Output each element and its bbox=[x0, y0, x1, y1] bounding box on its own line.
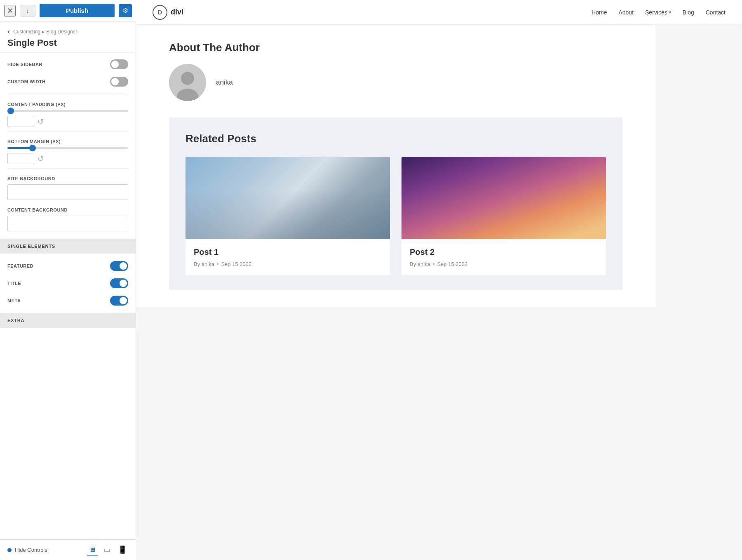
breadcrumb-section: Blog Designer bbox=[46, 29, 77, 35]
nav-contact[interactable]: Contact bbox=[706, 9, 726, 16]
post-2-date: Sep 15 2022 bbox=[437, 261, 467, 267]
author-section: About The Author anika bbox=[169, 41, 622, 101]
content-background-input[interactable] bbox=[7, 216, 128, 231]
site-logo: D divi bbox=[153, 5, 183, 20]
desktop-view-icon[interactable]: 🖥 bbox=[87, 544, 98, 556]
view-icons: 🖥 ▭ 📱 bbox=[87, 544, 129, 556]
bottom-margin-reset[interactable]: ↺ bbox=[38, 154, 44, 163]
content-padding-label: CONTENT PADDING (PX) bbox=[7, 102, 128, 107]
single-elements-header: SINGLE ELEMENTS bbox=[0, 239, 136, 254]
post-1-author: anika bbox=[202, 261, 214, 267]
site-navigation: D divi Home About Services ▾ Blog Contac… bbox=[136, 0, 742, 25]
post-1-date: Sep 15 2022 bbox=[221, 261, 251, 267]
content-padding-input[interactable]: 0 bbox=[7, 116, 34, 127]
featured-label: FEATURED bbox=[7, 264, 33, 268]
post-1-dot: • bbox=[217, 261, 219, 267]
featured-slider bbox=[110, 261, 128, 271]
meta-slider bbox=[110, 296, 128, 306]
post-2-title: Post 2 bbox=[410, 247, 598, 257]
custom-width-label: CUSTOM WIDTH bbox=[7, 79, 46, 84]
meta-toggle[interactable] bbox=[110, 296, 128, 306]
post-1-title: Post 1 bbox=[194, 247, 382, 257]
content-padding-thumb[interactable] bbox=[7, 108, 14, 114]
post-2-by: By bbox=[410, 261, 418, 267]
bottom-margin-track[interactable] bbox=[7, 147, 128, 149]
settings-button[interactable]: ⚙ bbox=[119, 4, 132, 17]
main-layout: ‹ Customizing ▸ Blog Designer Single Pos… bbox=[0, 0, 742, 560]
bottom-margin-input[interactable]: 30 bbox=[7, 153, 34, 164]
reorder-button[interactable]: ↕ bbox=[20, 5, 35, 16]
hide-sidebar-toggle[interactable] bbox=[110, 59, 128, 69]
page-title: Single Post bbox=[7, 38, 57, 48]
featured-row: FEATURED bbox=[7, 261, 128, 271]
logo-name: divi bbox=[171, 8, 183, 16]
divider-2 bbox=[7, 131, 128, 132]
preview-area: D divi Home About Services ▾ Blog Contac… bbox=[136, 0, 742, 560]
hide-sidebar-row: HIDE SIDEBAR bbox=[7, 59, 128, 69]
bottom-margin-label: BOTTOM MARGIN (PX) bbox=[7, 139, 128, 144]
post-2-author: anika bbox=[418, 261, 430, 267]
custom-width-slider bbox=[110, 77, 128, 87]
author-avatar bbox=[169, 64, 206, 101]
sidebar-title: Single Post bbox=[7, 38, 128, 48]
bottom-margin-thumb[interactable] bbox=[29, 145, 36, 151]
author-section-title: About The Author bbox=[169, 41, 622, 54]
sidebar-header: ‹ Customizing ▸ Blog Designer Single Pos… bbox=[0, 21, 136, 53]
post-2-dot: • bbox=[433, 261, 435, 267]
content-padding-track[interactable] bbox=[7, 110, 128, 112]
sidebar: ‹ Customizing ▸ Blog Designer Single Pos… bbox=[0, 0, 136, 560]
top-bar: ✕ ↕ Publish ⚙ bbox=[0, 0, 136, 21]
hide-controls-button[interactable]: Hide Controls bbox=[7, 547, 47, 553]
title-toggle[interactable] bbox=[110, 278, 128, 288]
post-card-1[interactable]: Post 1 By anika•Sep 15 2022 bbox=[186, 157, 390, 275]
nav-services-label: Services bbox=[645, 9, 667, 16]
content-padding-reset[interactable]: ↺ bbox=[38, 117, 44, 126]
hide-sidebar-label: HIDE SIDEBAR bbox=[7, 62, 42, 67]
author-name: anika bbox=[216, 78, 233, 87]
bottom-margin-input-row: 30 ↺ bbox=[7, 153, 128, 164]
post-card-2[interactable]: Post 2 By anika•Sep 15 2022 bbox=[402, 157, 606, 275]
divider-3 bbox=[7, 168, 128, 169]
related-posts-section: Related Posts Post 1 By anika•Sep 15 202… bbox=[169, 118, 622, 290]
custom-width-row: CUSTOM WIDTH bbox=[7, 77, 128, 87]
close-button[interactable]: ✕ bbox=[4, 5, 16, 16]
related-posts-title: Related Posts bbox=[186, 132, 606, 145]
services-dropdown-caret: ▾ bbox=[669, 10, 671, 14]
post-2-image bbox=[402, 157, 606, 239]
site-background-container: SITE BACKGROUND bbox=[7, 176, 128, 200]
custom-width-toggle[interactable] bbox=[110, 77, 128, 87]
site-menu: Home About Services ▾ Blog Contact bbox=[592, 9, 726, 16]
publish-button[interactable]: Publish bbox=[40, 4, 115, 17]
site-background-input[interactable] bbox=[7, 184, 128, 200]
extra-header: EXTRA bbox=[0, 313, 136, 328]
featured-toggle[interactable] bbox=[110, 261, 128, 271]
meta-row: META bbox=[7, 296, 128, 306]
content-padding-container: CONTENT PADDING (PX) 0 ↺ bbox=[7, 102, 128, 127]
nav-about[interactable]: About bbox=[618, 9, 634, 16]
bottom-margin-fill bbox=[7, 147, 32, 149]
nav-home[interactable]: Home bbox=[592, 9, 607, 16]
title-slider bbox=[110, 278, 128, 288]
svg-point-1 bbox=[181, 72, 194, 85]
dot-icon bbox=[7, 548, 12, 552]
nav-services[interactable]: Services ▾ bbox=[645, 9, 671, 16]
post-1-meta: By anika•Sep 15 2022 bbox=[194, 261, 382, 267]
logo-circle: D bbox=[153, 5, 167, 20]
author-info: anika bbox=[169, 64, 622, 101]
mobile-view-icon[interactable]: 📱 bbox=[116, 544, 129, 556]
avatar-image bbox=[169, 64, 206, 101]
bottom-bar: Hide Controls 🖥 ▭ 📱 bbox=[0, 539, 136, 560]
content-background-container: CONTENT BACKGROUND bbox=[7, 207, 128, 231]
bottom-margin-container: BOTTOM MARGIN (PX) 30 ↺ bbox=[7, 139, 128, 164]
nav-blog[interactable]: Blog bbox=[683, 9, 694, 16]
content-area: About The Author anika Related Posts bbox=[136, 25, 655, 307]
breadcrumb-arrow: ▸ bbox=[42, 29, 45, 35]
hide-sidebar-slider bbox=[110, 59, 128, 69]
breadcrumb: ‹ Customizing ▸ Blog Designer bbox=[7, 27, 128, 36]
title-row: TITLE bbox=[7, 278, 128, 288]
posts-grid: Post 1 By anika•Sep 15 2022 Post 2 B bbox=[186, 157, 606, 275]
back-arrow-icon[interactable]: ‹ bbox=[7, 27, 10, 36]
tablet-view-icon[interactable]: ▭ bbox=[102, 544, 112, 556]
site-background-label: SITE BACKGROUND bbox=[7, 176, 128, 181]
hide-controls-label: Hide Controls bbox=[15, 547, 47, 553]
